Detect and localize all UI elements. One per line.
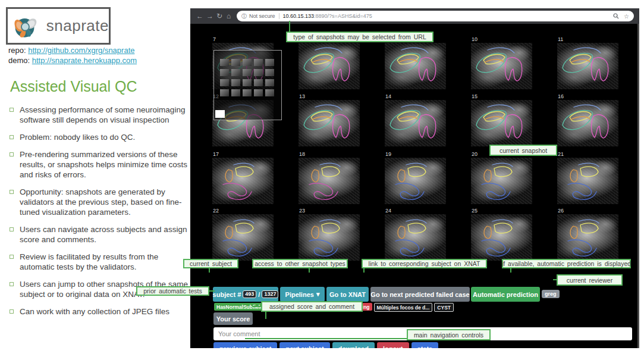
minimap-cursor[interactable] <box>215 110 225 118</box>
goto-xnat-button[interactable]: Go to XNAT <box>326 287 369 302</box>
minimap-thumbnail <box>231 79 240 86</box>
snapshot-thumbnail-22[interactable]: 22 <box>212 214 274 261</box>
minimap-thumbnail <box>220 69 229 76</box>
mri-snapshot-image[interactable] <box>212 214 274 261</box>
snapshot-thumbnail-25[interactable]: 25 <box>471 214 532 261</box>
annotation-current-reviewer: current reviewer <box>557 274 623 286</box>
mri-snapshot-image[interactable] <box>299 43 360 89</box>
minimap-thumbnail <box>231 59 240 66</box>
pipelines-label: Pipelines <box>285 291 314 298</box>
mri-snapshot-image[interactable] <box>385 100 446 146</box>
minimap-thumbnail <box>265 89 274 96</box>
snapshot-thumbnail-15[interactable]: 15 <box>471 100 532 146</box>
pipelines-dropdown[interactable]: Pipelines ▾ <box>280 287 325 302</box>
refresh-icon[interactable]: ↻ <box>216 11 222 21</box>
minimap-thumbnail <box>220 79 229 86</box>
home-icon[interactable]: ⌂ <box>227 11 231 21</box>
snapshot-number: 7 <box>213 36 216 42</box>
repo-link[interactable]: http://github.com/xgrg/snaprate <box>28 46 134 55</box>
snapshot-thumbnail-18[interactable]: 18 <box>299 158 360 204</box>
annotation-prior-tests: prior automatic tests <box>136 286 209 296</box>
address-bar[interactable]: ⓘ Not secure 10.60.15.133 :8890/?s=ASHS&… <box>237 11 634 21</box>
app-content: 7891011121314151617181920212223242526 su… <box>190 24 639 348</box>
your-score-button[interactable]: Your score <box>213 312 253 325</box>
snapshot-thumbnail-13[interactable]: 13 <box>299 100 360 146</box>
scrollbar[interactable] <box>637 24 639 348</box>
snapshot-number: 15 <box>472 93 477 99</box>
mri-snapshot-image[interactable] <box>471 158 532 204</box>
bookmark-star-icon[interactable]: ☆ <box>624 13 629 20</box>
download-button[interactable]: download <box>332 342 375 348</box>
reviewer-badge: greg <box>542 290 560 298</box>
snapshot-thumbnail-17[interactable]: 17 <box>212 158 274 204</box>
snapshot-thumbnail-16[interactable]: 16 <box>557 100 618 146</box>
annotation-connector <box>510 268 511 273</box>
minimap-thumbnail <box>265 69 274 76</box>
snapshot-thumbnail-24[interactable]: 24 <box>385 214 446 261</box>
snapshot-thumbnail-21[interactable]: 21 <box>557 158 618 204</box>
info-icon: ⓘ <box>241 12 247 20</box>
url-host: 10.60.15.133 <box>283 13 315 19</box>
bullet-item: Review is facilitated by results from th… <box>8 252 188 272</box>
annotation-snapshot-types: access to other snapshot types <box>252 259 348 268</box>
annotation-xnat-link: link to corresponding subject on XNAT <box>362 259 487 268</box>
stats-button[interactable]: stats <box>411 342 439 348</box>
annotation-connector <box>289 21 290 32</box>
snapshot-thumbnail-20[interactable]: 20 <box>471 158 532 204</box>
next-failed-case-button[interactable]: Go to next predicted failed case <box>370 287 470 302</box>
mri-snapshot-image[interactable] <box>471 214 532 261</box>
minimap-thumbnail <box>265 59 274 66</box>
forward-icon[interactable]: → <box>206 11 213 21</box>
automatic-prediction-button[interactable]: Automatic prediction <box>471 287 540 302</box>
snapshot-thumbnail-26[interactable]: 26 <box>557 214 618 261</box>
snapshot-number: 22 <box>213 208 219 214</box>
mri-snapshot-image[interactable] <box>212 158 274 204</box>
bullet-item: Problem: nobody likes to do QC. <box>8 132 188 142</box>
snapshot-number: 26 <box>558 208 564 214</box>
annotation-connector <box>309 268 310 273</box>
mri-snapshot-image[interactable] <box>385 214 446 261</box>
mri-snapshot-image[interactable] <box>385 158 446 204</box>
mri-snapshot-image[interactable] <box>299 158 360 204</box>
snapshot-thumbnail-8[interactable]: 8 <box>299 43 360 89</box>
snapshot-thumbnail-11[interactable]: 11 <box>557 43 618 89</box>
snapshot-thumbnail-14[interactable]: 14 <box>385 100 446 146</box>
snapshot-thumbnail-19[interactable]: 19 <box>385 158 446 204</box>
slide: snaprate repo: http://github.com/xgrg/sn… <box>0 0 644 363</box>
snapshot-number: 14 <box>385 93 391 99</box>
demo-link[interactable]: http://snaprate.herokuapp.com <box>32 56 137 65</box>
subject-number-button[interactable]: subject # 493 / 1327 <box>213 287 278 302</box>
mri-snapshot-image[interactable] <box>557 100 618 146</box>
test-tag: Múltiples focos de d... <box>374 303 433 312</box>
mri-snapshot-image[interactable] <box>557 43 618 89</box>
mri-snapshot-image[interactable] <box>299 100 360 146</box>
mri-snapshot-image[interactable] <box>471 100 532 146</box>
logout-button[interactable]: logout <box>377 342 409 348</box>
annotation-nav-controls: main navigation controls <box>407 329 491 340</box>
snapshot-minimap[interactable] <box>213 50 282 120</box>
not-secure-label: Not secure <box>249 13 275 19</box>
mri-snapshot-image[interactable] <box>299 214 360 261</box>
mri-snapshot-image[interactable] <box>385 43 446 89</box>
mri-snapshot-image[interactable] <box>471 43 532 89</box>
mri-snapshot-image[interactable] <box>557 158 618 204</box>
subject-separator: / <box>258 291 260 298</box>
snapshot-thumbnail-10[interactable]: 10 <box>471 43 532 89</box>
page-title: Assisted Visual QC <box>10 78 137 95</box>
snaprate-logo: snaprate <box>6 7 111 45</box>
annotation-score-comment: assigned score and comment <box>261 301 363 312</box>
repo-label: repo: <box>8 46 26 55</box>
previous-subject-button[interactable]: previous subject <box>213 342 277 348</box>
annotation-current-subject: current subject <box>183 259 238 268</box>
back-icon[interactable]: ← <box>196 11 203 21</box>
snapshot-number: 13 <box>299 93 305 99</box>
next-subject-button[interactable]: next subject <box>279 342 329 348</box>
mri-snapshot-image[interactable] <box>557 214 618 261</box>
demo-label: demo: <box>8 56 30 65</box>
snapshot-thumbnail-9[interactable]: 9 <box>385 43 446 89</box>
snapshot-number: 11 <box>558 36 563 42</box>
zoom-icon[interactable] <box>613 13 619 19</box>
snapshot-thumbnail-23[interactable]: 23 <box>299 214 360 261</box>
minimap-thumbnail <box>265 79 274 86</box>
snapshot-number: 18 <box>299 151 305 157</box>
